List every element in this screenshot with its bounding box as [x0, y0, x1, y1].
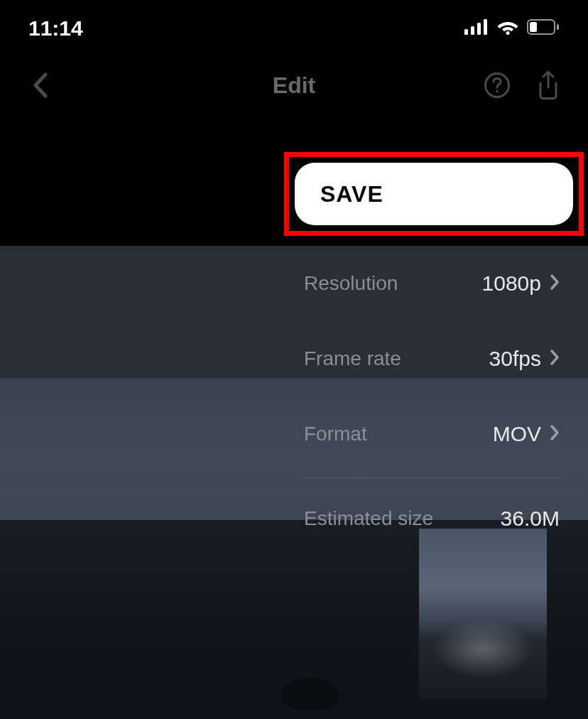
svg-point-9 — [496, 90, 499, 93]
resolution-label: Resolution — [304, 272, 398, 295]
save-highlight-box: SAVE — [284, 152, 584, 236]
frame-rate-value: 30fps — [489, 347, 541, 371]
frame-rate-row[interactable]: Frame rate 30fps — [304, 321, 560, 396]
help-icon — [484, 72, 511, 99]
resolution-value: 1080p — [482, 271, 541, 296]
chevron-left-icon — [32, 72, 48, 98]
format-row[interactable]: Format MOV — [304, 396, 560, 472]
frame-rate-label: Frame rate — [304, 347, 401, 370]
divider — [304, 477, 560, 478]
svg-rect-3 — [484, 19, 487, 35]
svg-rect-2 — [477, 23, 481, 35]
svg-rect-0 — [464, 29, 468, 35]
share-button[interactable] — [534, 71, 562, 99]
chevron-right-icon — [550, 274, 560, 293]
svg-point-4 — [506, 31, 510, 35]
share-icon — [536, 70, 560, 100]
format-value: MOV — [493, 422, 541, 446]
back-button[interactable] — [26, 71, 54, 99]
save-button[interactable]: SAVE — [295, 163, 573, 225]
wifi-icon — [497, 19, 518, 38]
save-label: SAVE — [320, 181, 383, 207]
estimated-size-row: Estimated size 36.0M — [304, 481, 560, 556]
svg-rect-1 — [471, 26, 474, 35]
battery-icon — [527, 19, 560, 38]
video-preview-background: Resolution 1080p Frame rate 30fps — [0, 246, 588, 719]
estimated-size-value: 36.0M — [501, 507, 560, 531]
status-time: 11:14 — [28, 16, 83, 40]
estimated-size-label: Estimated size — [304, 507, 433, 530]
help-button[interactable] — [483, 71, 511, 99]
page-title: Edit — [273, 72, 315, 99]
svg-rect-7 — [557, 24, 559, 30]
status-bar: 11:14 — [0, 0, 588, 57]
svg-rect-6 — [530, 22, 537, 32]
header-actions — [483, 71, 562, 99]
status-icons — [464, 19, 560, 38]
header-bar: Edit — [0, 57, 588, 114]
chevron-right-icon — [550, 424, 560, 444]
export-settings-panel: Resolution 1080p Frame rate 30fps — [304, 246, 560, 556]
cellular-signal-icon — [464, 19, 489, 38]
resolution-row[interactable]: Resolution 1080p — [304, 246, 560, 321]
format-label: Format — [304, 423, 367, 445]
chevron-right-icon — [550, 349, 560, 369]
